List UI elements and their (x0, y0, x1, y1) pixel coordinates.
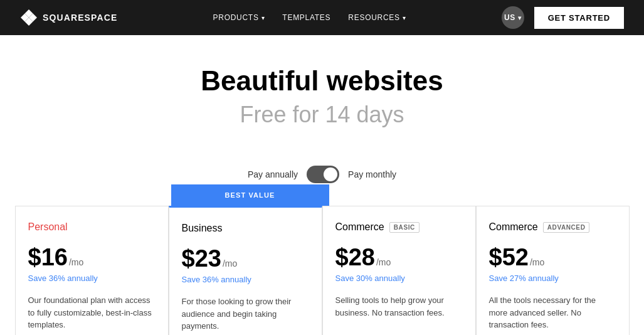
plan-name-text: Personal (28, 221, 68, 233)
price-per: /mo (530, 257, 544, 267)
plan-price: $28 /mo (335, 244, 463, 271)
locale-button[interactable]: US ▾ (502, 6, 524, 29)
nav-right: US ▾ GET STARTED (502, 6, 624, 29)
price-value: $52 (489, 244, 529, 271)
plan-price: $23 /mo (182, 245, 309, 272)
plan-desc: For those looking to grow their audience… (182, 295, 309, 332)
plan-save: Save 30% annually (335, 274, 463, 283)
chevron-down-icon: ▾ (403, 14, 406, 21)
nav-resources[interactable]: RESOURCES ▾ (348, 13, 406, 22)
hero-title: Beautiful websites (13, 65, 631, 97)
plan-price: $52 /mo (489, 244, 616, 271)
plan-price: $16 /mo (28, 244, 156, 271)
billing-annual-label: Pay annually (248, 169, 298, 179)
plans-grid: BEST VALUE Personal $16 /mo Save 36% ann… (15, 206, 630, 335)
nav-left: SQUARESPACE (20, 9, 117, 26)
plan-name: Business (182, 223, 309, 234)
price-per: /mo (69, 257, 83, 267)
plan-card-business: Business $23 /mo Save 36% annually For t… (169, 206, 322, 335)
hero-subtitle: Free for 14 days (13, 102, 631, 128)
plan-save: Save 27% annually (489, 274, 616, 283)
billing-toggle-switch[interactable] (307, 166, 339, 183)
squarespace-logo-icon (20, 9, 38, 26)
get-started-nav-button[interactable]: GET STARTED (534, 7, 624, 29)
plan-save: Save 36% annually (28, 274, 156, 283)
plan-badge: BASIC (389, 222, 420, 233)
nav-products[interactable]: PRODUCTS ▾ (213, 13, 265, 22)
plan-save: Save 36% annually (182, 275, 309, 284)
price-value: $23 (182, 245, 221, 272)
plan-name-text: Commerce (335, 221, 384, 233)
plan-name-text: Commerce (489, 221, 538, 233)
best-value-banner: BEST VALUE (171, 184, 329, 206)
plan-desc: Our foundational plan with access to ful… (28, 294, 156, 331)
navigation: SQUARESPACE PRODUCTS ▾ TEMPLATES RESOURC… (0, 0, 644, 35)
price-value: $28 (335, 244, 375, 271)
hero-section: Beautiful websites Free for 14 days (0, 35, 644, 148)
plan-card-personal: Personal $16 /mo Save 36% annually Our f… (15, 206, 169, 335)
plan-desc: All the tools necessary for the more adv… (489, 294, 616, 331)
price-per: /mo (223, 258, 237, 269)
plan-name: Commerce BASIC (335, 221, 463, 233)
plan-name: Commerce ADVANCED (489, 221, 616, 233)
billing-toggle: Pay annually Pay monthly (0, 166, 644, 183)
price-value: $16 (28, 244, 68, 271)
billing-monthly-label: Pay monthly (348, 169, 396, 179)
nav-center: PRODUCTS ▾ TEMPLATES RESOURCES ▾ (213, 13, 406, 22)
plan-badge: ADVANCED (543, 222, 590, 233)
chevron-down-icon: ▾ (518, 14, 521, 21)
nav-templates[interactable]: TEMPLATES (282, 13, 330, 22)
plan-card-commerce-advanced: Commerce ADVANCED $52 /mo Save 27% annua… (476, 206, 630, 335)
brand-name: SQUARESPACE (43, 13, 117, 23)
plan-card-commerce-basic: Commerce BASIC $28 /mo Save 30% annually… (322, 206, 476, 335)
toggle-knob (324, 168, 337, 181)
chevron-down-icon: ▾ (261, 14, 265, 21)
plan-desc: Selling tools to help grow your business… (335, 294, 463, 327)
plans-section: BEST VALUE Personal $16 /mo Save 36% ann… (3, 206, 642, 335)
price-per: /mo (376, 257, 391, 267)
plan-name-text: Business (182, 223, 223, 234)
plan-name: Personal (28, 221, 156, 233)
